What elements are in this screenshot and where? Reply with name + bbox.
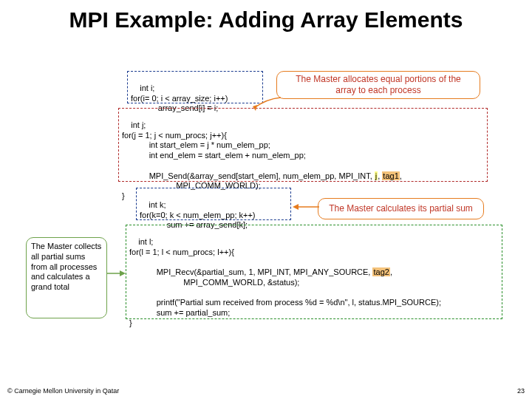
svg-marker-4 <box>120 270 126 276</box>
callout-collect: The Master collects all partial sums fro… <box>26 237 107 318</box>
callout-allocate-text: The Master allocates equal portions of t… <box>296 74 460 95</box>
page-title: MPI Example: Adding Array Elements <box>0 0 532 38</box>
code-box-send: int j; for(j = 1; j < num_procs; j++){ i… <box>118 108 488 182</box>
code-recv-pre: int l; for(l = 1; l < num_procs; l++){ M… <box>129 237 372 276</box>
code-box-init: int i; for(i= 0; i < array_size; i++) ar… <box>127 71 263 103</box>
code-send-pre: int j; for(j = 1; j < num_procs; j++){ i… <box>122 120 375 180</box>
svg-marker-2 <box>293 204 299 210</box>
footer-copyright: © Carnegie Mellon University in Qatar <box>7 387 119 395</box>
content-area: int i; for(i= 0; i < array_size; i++) ar… <box>30 71 508 366</box>
callout-partial-sum: The Master calculates its partial sum <box>318 198 484 219</box>
code-box-sum: int k; for(k=0; k < num_elem_pp; k++) su… <box>136 188 291 220</box>
code-send-hl-tag1: tag1 <box>382 171 399 180</box>
code-recv-post: , MPI_COMM_WORLD, &status); printf("Part… <box>129 267 441 327</box>
callout-partial-sum-text: The Master calculates its partial sum <box>329 203 473 214</box>
page-number: 23 <box>517 387 525 395</box>
code-recv-hl-tag2: tag2 <box>372 267 389 276</box>
code-box-recv: int l; for(l = 1; l < num_procs; l++){ M… <box>126 225 502 319</box>
callout-allocate: The Master allocates equal portions of t… <box>276 71 480 99</box>
callout-collect-text: The Master collects all partial sums fro… <box>31 242 101 291</box>
